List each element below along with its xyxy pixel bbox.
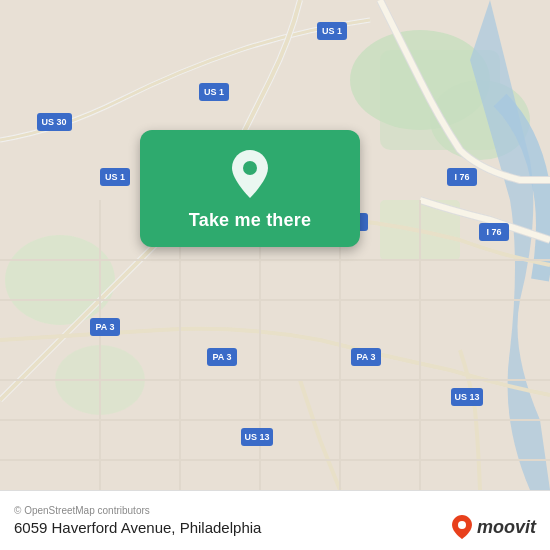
svg-text:US 13: US 13: [244, 432, 269, 442]
map-container: US 1 US 1 US 1 US 30 I 76 I 76 30 PA 3 P…: [0, 0, 550, 490]
svg-point-41: [243, 161, 257, 175]
svg-text:US 13: US 13: [454, 392, 479, 402]
moovit-pin-icon: [451, 514, 473, 540]
svg-point-4: [5, 235, 115, 325]
svg-text:US 30: US 30: [41, 117, 66, 127]
svg-point-42: [458, 521, 466, 529]
svg-text:I 76: I 76: [486, 227, 501, 237]
svg-text:PA 3: PA 3: [356, 352, 375, 362]
svg-text:PA 3: PA 3: [212, 352, 231, 362]
svg-text:US 1: US 1: [204, 87, 224, 97]
moovit-logo: moovit: [451, 514, 536, 540]
location-pin-icon: [228, 148, 272, 200]
moovit-brand-text: moovit: [477, 517, 536, 538]
svg-text:US 1: US 1: [322, 26, 342, 36]
svg-text:US 1: US 1: [105, 172, 125, 182]
take-me-there-button[interactable]: Take me there: [189, 210, 311, 231]
take-me-there-overlay[interactable]: Take me there: [140, 130, 360, 247]
footer-bar: © OpenStreetMap contributors 6059 Haverf…: [0, 490, 550, 550]
svg-text:PA 3: PA 3: [95, 322, 114, 332]
svg-text:I 76: I 76: [454, 172, 469, 182]
